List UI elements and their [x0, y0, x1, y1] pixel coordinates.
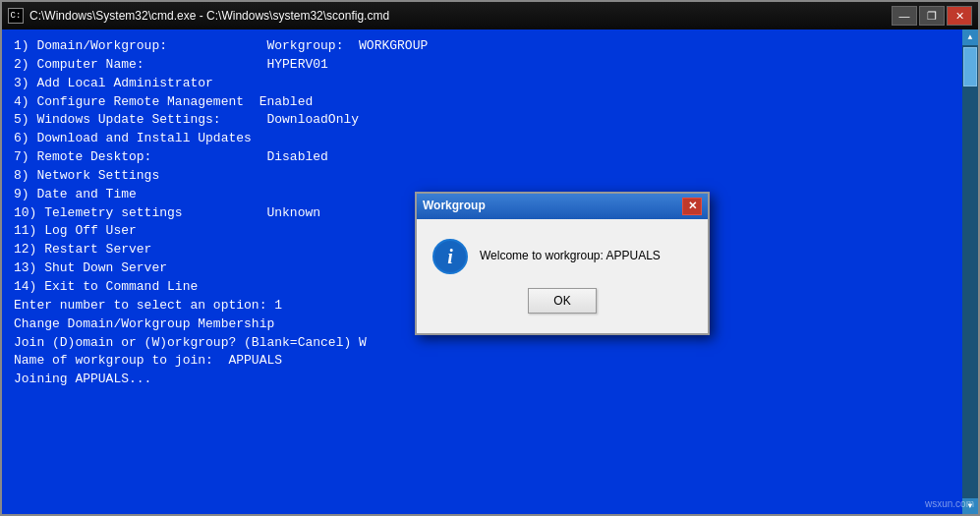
window-title: C:\Windows\System32\cmd.exe - C:\Windows…: [29, 9, 389, 23]
minimize-button[interactable]: —: [892, 6, 917, 26]
scrollbar[interactable]: ▲ ▼: [962, 29, 978, 514]
scroll-track: [962, 45, 978, 498]
cmd-line-11: 8) Network Settings: [14, 167, 966, 186]
workgroup-dialog: Workgroup ✕ i Welcome to workgroup: APPU…: [415, 192, 710, 335]
dialog-close-button[interactable]: ✕: [682, 198, 702, 215]
title-buttons: — ❐ ✕: [892, 6, 972, 26]
dialog-titlebar: Workgroup ✕: [417, 194, 708, 219]
cmd-line-28: Joining APPUALS...: [14, 371, 966, 389]
cmd-line-2: 1) Domain/Workgroup: Workgroup: WORKGROU…: [14, 37, 966, 56]
restore-button[interactable]: ❐: [919, 6, 945, 26]
watermark: wsxun.com: [925, 497, 974, 512]
title-left: C: C:\Windows\System32\cmd.exe - C:\Wind…: [8, 8, 389, 24]
cmd-line-3: 2) Computer Name: HYPERV01: [14, 56, 966, 75]
cmd-line-5: 4) Configure Remote Management Enabled: [14, 93, 966, 112]
scroll-up-arrow[interactable]: ▲: [962, 29, 978, 45]
dialog-message: Welcome to workgroup: APPUALS: [480, 248, 661, 264]
cmd-app-icon: C:: [8, 8, 24, 24]
cmd-line-26: Name of workgroup to join: APPUALS: [14, 352, 966, 371]
dialog-title: Workgroup: [423, 198, 486, 214]
cmd-line-8: 6) Download and Install Updates: [14, 130, 966, 148]
cmd-line-25: Join (D)omain or (W)orkgroup? (Blank=Can…: [14, 334, 966, 353]
dialog-buttons: OK: [432, 288, 692, 321]
dialog-message-row: i Welcome to workgroup: APPUALS: [432, 239, 692, 274]
dialog-body: i Welcome to workgroup: APPUALS OK: [417, 219, 708, 333]
close-button[interactable]: ✕: [947, 6, 972, 26]
cmd-window: C: C:\Windows\System32\cmd.exe - C:\Wind…: [0, 0, 980, 516]
cmd-line-9: 7) Remote Desktop: Disabled: [14, 148, 966, 167]
scroll-thumb[interactable]: [963, 47, 977, 86]
info-icon: i: [432, 239, 468, 274]
ok-button[interactable]: OK: [528, 288, 597, 314]
cmd-titlebar: C: C:\Windows\System32\cmd.exe - C:\Wind…: [2, 2, 978, 29]
cmd-line-4: 3) Add Local Administrator: [14, 75, 966, 93]
cmd-content-area: 1) Domain/Workgroup: Workgroup: WORKGROU…: [2, 29, 978, 514]
cmd-line-7: 5) Windows Update Settings: DownloadOnly: [14, 111, 966, 130]
info-icon-symbol: i: [447, 247, 453, 266]
